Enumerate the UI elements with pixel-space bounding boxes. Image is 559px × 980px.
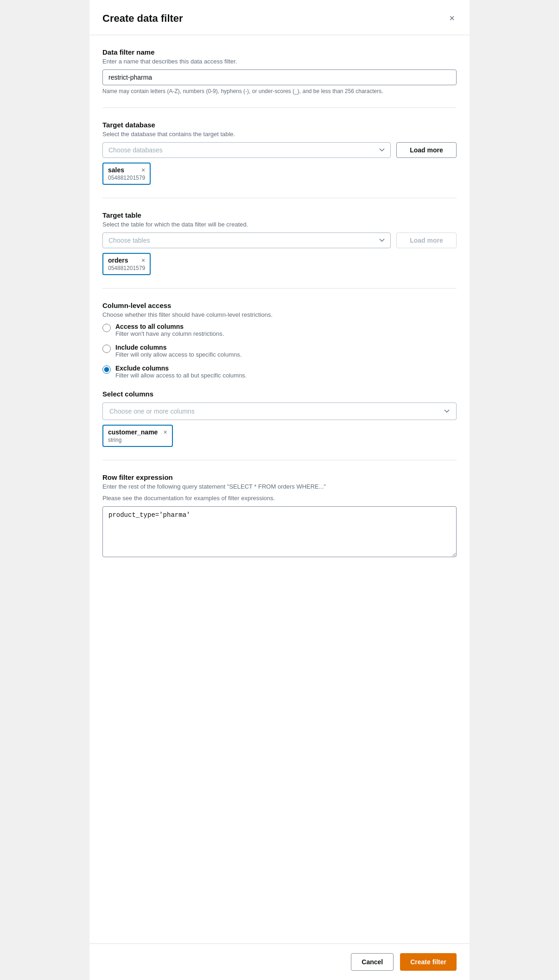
table-select[interactable]: Choose tables	[102, 232, 391, 248]
select-columns-section: Select columns Choose one or more column…	[102, 390, 457, 447]
column-access-label: Column-level access	[102, 302, 457, 309]
divider-1	[102, 107, 457, 108]
row-filter-section: Row filter expression Enter the rest of …	[102, 473, 457, 559]
table-tag-subtitle: 054881201579	[108, 265, 145, 271]
table-selected-tag: orders × 054881201579	[102, 253, 151, 275]
cancel-button[interactable]: Cancel	[351, 953, 394, 971]
database-dropdown-row: Choose databases Load more	[102, 142, 457, 158]
target-database-section: Target database Select the database that…	[102, 121, 457, 185]
modal-footer: Cancel Create filter	[89, 943, 470, 980]
table-tag-header: orders ×	[108, 257, 145, 264]
radio-exclude-columns-description: Filter will allow access to all but spec…	[115, 372, 247, 379]
column-tag-name: customer_name	[108, 428, 158, 436]
database-load-more-button[interactable]: Load more	[396, 142, 457, 158]
radio-include-columns-description: Filter will only allow access to specifi…	[115, 351, 241, 358]
column-tag-header: customer_name ×	[108, 428, 167, 436]
table-tag-name: orders	[108, 257, 128, 264]
database-selected-tag: sales × 054881201579	[102, 163, 151, 185]
database-tag-remove-button[interactable]: ×	[141, 166, 145, 174]
row-filter-textarea[interactable]	[102, 506, 457, 557]
column-tag-remove-button[interactable]: ×	[163, 428, 167, 436]
filter-name-description: Enter a name that describes this data ac…	[102, 58, 457, 65]
database-select[interactable]: Choose databases	[102, 142, 391, 158]
create-filter-button[interactable]: Create filter	[400, 953, 457, 971]
database-tag-header: sales ×	[108, 166, 145, 174]
radio-include-columns-label[interactable]: Include columns	[115, 344, 241, 351]
modal-title: Create data filter	[102, 13, 183, 25]
column-access-description: Choose whether this filter should have c…	[102, 311, 457, 318]
divider-4	[102, 460, 457, 460]
select-columns-label: Select columns	[102, 390, 457, 398]
filter-name-input[interactable]	[102, 69, 457, 85]
target-table-description: Select the table for which the data filt…	[102, 221, 457, 228]
row-filter-description-1: Enter the rest of the following query st…	[102, 483, 457, 490]
modal-header: Create data filter ×	[89, 0, 470, 35]
divider-3	[102, 288, 457, 289]
target-database-label: Target database	[102, 121, 457, 129]
radio-exclude-columns-label[interactable]: Exclude columns	[115, 364, 247, 372]
divider-2	[102, 198, 457, 198]
filter-name-hint: Name may contain letters (A-Z), numbers …	[102, 88, 457, 94]
radio-include-columns[interactable]	[102, 345, 111, 353]
radio-item-include-columns: Include columns Filter will only allow a…	[102, 344, 457, 358]
column-access-radio-group: Access to all columns Filter won't have …	[102, 323, 457, 379]
filter-name-section: Data filter name Enter a name that descr…	[102, 48, 457, 94]
row-filter-description-2: Please see the documentation for example…	[102, 495, 457, 502]
row-filter-label: Row filter expression	[102, 473, 457, 481]
database-tag-name: sales	[108, 166, 124, 174]
radio-all-columns-description: Filter won't have any column restriction…	[115, 330, 224, 337]
radio-exclude-columns-content: Exclude columns Filter will allow access…	[115, 364, 247, 379]
target-database-description: Select the database that contains the ta…	[102, 131, 457, 138]
column-selected-tag: customer_name × string	[102, 425, 173, 447]
target-table-section: Target table Select the table for which …	[102, 211, 457, 275]
radio-item-all-columns: Access to all columns Filter won't have …	[102, 323, 457, 337]
radio-item-exclude-columns: Exclude columns Filter will allow access…	[102, 364, 457, 379]
columns-select[interactable]: Choose one or more columns	[102, 402, 457, 420]
radio-include-columns-content: Include columns Filter will only allow a…	[115, 344, 241, 358]
column-access-section: Column-level access Choose whether this …	[102, 302, 457, 447]
close-button[interactable]: ×	[447, 11, 457, 25]
radio-all-columns[interactable]	[102, 324, 111, 332]
table-dropdown-row: Choose tables Load more	[102, 232, 457, 248]
database-tag-subtitle: 054881201579	[108, 175, 145, 181]
create-data-filter-modal: Create data filter × Data filter name En…	[89, 0, 470, 980]
filter-name-label: Data filter name	[102, 48, 457, 56]
radio-all-columns-label[interactable]: Access to all columns	[115, 323, 224, 330]
modal-body: Data filter name Enter a name that descr…	[89, 35, 470, 943]
target-table-label: Target table	[102, 211, 457, 219]
radio-exclude-columns[interactable]	[102, 365, 111, 374]
table-tag-remove-button[interactable]: ×	[141, 257, 145, 264]
column-tag-subtitle: string	[108, 437, 167, 443]
radio-all-columns-content: Access to all columns Filter won't have …	[115, 323, 224, 337]
table-load-more-button[interactable]: Load more	[396, 232, 457, 248]
